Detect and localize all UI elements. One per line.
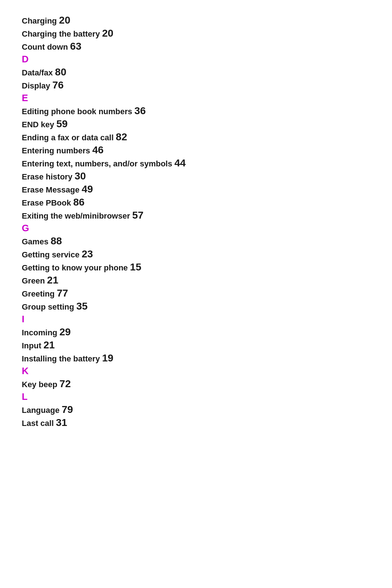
list-item: Getting service23	[22, 248, 370, 260]
entry-number: 76	[52, 79, 64, 91]
entry-text: Charging the battery	[22, 29, 100, 39]
entry-number: 49	[82, 183, 93, 195]
entry-text: Getting service	[22, 250, 79, 260]
entry-number: 80	[55, 66, 66, 78]
entry-number: 36	[134, 105, 146, 117]
list-item: Green21	[22, 274, 370, 286]
entry-text: Group setting	[22, 302, 74, 312]
entry-number: 82	[116, 131, 127, 143]
list-item: Entering text, numbers, and/or symbols44	[22, 157, 370, 169]
entry-number: 35	[76, 301, 87, 312]
entry-text: Input	[22, 341, 41, 351]
section-letter-l: L	[22, 391, 370, 402]
entry-number: 21	[44, 339, 55, 351]
list-item: Ending a fax or data call82	[22, 131, 370, 143]
entry-text: Entering text, numbers, and/or symbols	[22, 159, 172, 169]
section-letter-d: D	[22, 54, 370, 65]
list-item: Charging20	[22, 15, 370, 26]
entry-text: Language	[22, 406, 60, 415]
entry-text: Erase PBook	[22, 198, 71, 208]
entry-number: 63	[70, 41, 81, 52]
entry-text: Last call	[22, 419, 54, 428]
entry-text: Incoming	[22, 328, 57, 338]
list-item: Key beep72	[22, 378, 370, 390]
list-item: Language79	[22, 404, 370, 415]
entry-text: Erase Message	[22, 185, 79, 195]
entry-text: Exiting the web/minibrowser	[22, 211, 130, 221]
list-item: Greeting77	[22, 287, 370, 299]
index-container: Charging20Charging the battery20Count do…	[22, 15, 370, 428]
section-letter-g: G	[22, 223, 370, 234]
entry-number: 20	[59, 15, 70, 26]
entry-text: Entering numbers	[22, 146, 90, 156]
entry-text: Count down	[22, 42, 68, 52]
entry-number: 44	[174, 157, 185, 169]
list-item: Group setting35	[22, 301, 370, 312]
list-item: Erase PBook86	[22, 196, 370, 208]
list-item: Data/fax80	[22, 66, 370, 78]
entry-number: 72	[60, 378, 71, 390]
list-item: END key59	[22, 118, 370, 130]
entry-number: 31	[56, 417, 67, 428]
list-item: Getting to know your phone15	[22, 261, 370, 273]
entry-text: Green	[22, 276, 45, 286]
list-item: Charging the battery20	[22, 28, 370, 39]
list-item: Installing the battery19	[22, 352, 370, 364]
entry-number: 30	[74, 170, 86, 182]
entry-number: 79	[62, 404, 73, 415]
entry-number: 15	[130, 261, 141, 273]
list-item: Exiting the web/minibrowser57	[22, 210, 370, 221]
entry-text: Key beep	[22, 380, 57, 389]
entry-text: Getting to know your phone	[22, 263, 128, 273]
entry-text: Display	[22, 81, 50, 91]
entry-number: 88	[50, 235, 62, 247]
entry-number: 23	[82, 248, 93, 260]
list-item: Count down63	[22, 41, 370, 52]
list-item: Games88	[22, 235, 370, 247]
entry-number: 19	[102, 352, 113, 364]
list-item: Erase Message49	[22, 183, 370, 195]
entry-text: END key	[22, 120, 54, 129]
list-item: Last call31	[22, 417, 370, 428]
entry-number: 86	[73, 196, 85, 208]
entry-number: 57	[132, 210, 143, 221]
entry-text: Data/fax	[22, 68, 53, 78]
list-item: Erase history30	[22, 170, 370, 182]
section-letter-e: E	[22, 92, 370, 104]
entry-text: Greeting	[22, 289, 54, 299]
entry-number: 59	[56, 118, 68, 130]
entry-text: Editing phone book numbers	[22, 107, 132, 116]
entry-text: Ending a fax or data call	[22, 133, 114, 142]
list-item: Display76	[22, 79, 370, 91]
entry-number: 29	[60, 326, 71, 338]
entry-text: Erase history	[22, 172, 72, 182]
entry-number: 46	[92, 144, 103, 156]
list-item: Input21	[22, 339, 370, 351]
entry-text: Games	[22, 237, 48, 247]
entry-text: Installing the battery	[22, 354, 100, 364]
entry-number: 21	[47, 274, 58, 286]
list-item: Entering numbers46	[22, 144, 370, 156]
section-letter-k: K	[22, 365, 370, 377]
entry-number: 20	[102, 28, 113, 39]
list-item: Editing phone book numbers36	[22, 105, 370, 117]
entry-text: Charging	[22, 16, 57, 26]
section-letter-i: I	[22, 314, 370, 325]
entry-number: 77	[57, 287, 68, 299]
list-item: Incoming29	[22, 326, 370, 338]
